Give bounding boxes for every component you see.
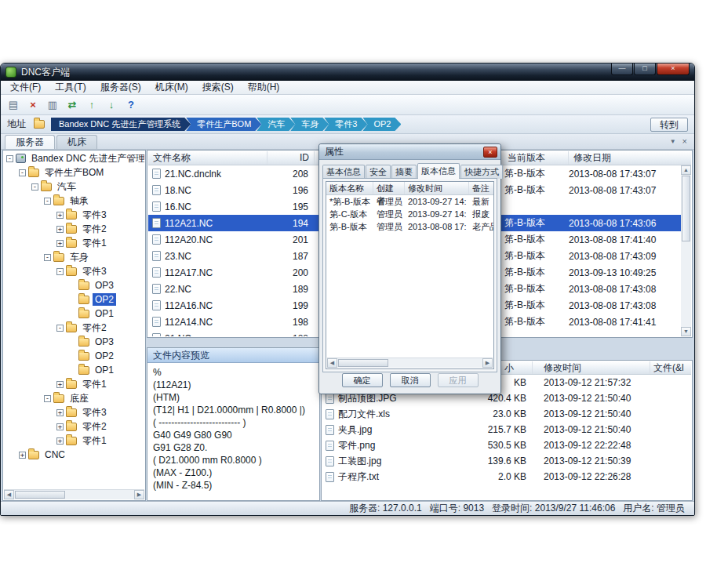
scrollbar-thumb[interactable]: [15, 491, 65, 499]
column-header-version[interactable]: 当前版本: [503, 151, 569, 165]
tree-item[interactable]: + 零件1: [4, 377, 144, 391]
dialog-tab[interactable]: 摘要: [391, 165, 417, 179]
column-header-id[interactable]: ID: [267, 151, 315, 165]
menu-item[interactable]: 文件(F): [3, 81, 48, 94]
tree-expander-icon[interactable]: -: [19, 169, 26, 176]
window-titlebar[interactable]: DNC客户端 — □ ×: [1, 64, 694, 81]
tree-item[interactable]: - 汽车: [4, 180, 144, 194]
tree-expander-icon[interactable]: +: [56, 381, 64, 388]
tree-expander-icon[interactable]: -: [56, 268, 64, 275]
breadcrumb-op2[interactable]: OP2: [362, 118, 401, 131]
scrollbar-track[interactable]: [389, 358, 482, 368]
attachment-row[interactable]: 工装图.jpg 139.6 KB 2013-09-12 21:50:39: [322, 453, 691, 469]
close-button[interactable]: ×: [657, 64, 690, 75]
tree-expander-icon[interactable]: -: [56, 325, 64, 332]
tree-horizontal-scrollbar[interactable]: ◀ ▶: [4, 489, 144, 499]
dialog-horizontal-scrollbar[interactable]: ◀ ▶: [327, 358, 493, 368]
breadcrumb-part3[interactable]: 零件3: [324, 118, 367, 131]
breadcrumb-root[interactable]: Bandex DNC 先进生产管理系统: [51, 118, 191, 131]
tree-item[interactable]: - 零件3: [4, 264, 144, 278]
scrollbar-thumb[interactable]: [682, 176, 690, 241]
view-tab[interactable]: 服务器: [5, 135, 55, 149]
view-tab[interactable]: 机床: [56, 135, 97, 149]
attachment-row[interactable]: 配刀文件.xls 23.0 KB 2013-09-12 21:50:40: [322, 406, 691, 422]
tree-item[interactable]: - 车身: [4, 250, 144, 264]
download-icon[interactable]: ↓: [103, 97, 120, 113]
tree-item[interactable]: + 零件1: [4, 434, 144, 448]
column-header-creator[interactable]: 创建者: [373, 182, 405, 194]
scroll-right-icon[interactable]: ▶: [482, 358, 493, 368]
menu-item[interactable]: 帮助(H): [241, 81, 287, 94]
menu-item[interactable]: 工具(T): [48, 81, 93, 94]
column-header-note[interactable]: 备注: [469, 182, 494, 194]
version-row[interactable]: 第-C-版本 管理员 2013-09-27 14: 报废: [326, 208, 493, 220]
transfer-icon[interactable]: ⇄: [64, 97, 81, 113]
column-header-version-name[interactable]: 版本名称: [326, 182, 373, 194]
menu-item[interactable]: 服务器(S): [93, 81, 148, 94]
dialog-tab[interactable]: 基本信息: [322, 165, 365, 179]
help-icon[interactable]: ?: [122, 97, 140, 113]
file-list-vertical-scrollbar[interactable]: ▲ ▼: [681, 165, 691, 336]
tree-item[interactable]: + 零件2: [4, 222, 144, 236]
tree-item[interactable]: OP1: [4, 363, 144, 377]
tree-expander-icon[interactable]: -: [44, 198, 51, 205]
version-row[interactable]: *第-B-版本 管理员 2013-09-27 14: 最新: [326, 195, 493, 208]
menu-item[interactable]: 机床(M): [148, 81, 195, 94]
breadcrumb-auto[interactable]: 汽车: [257, 118, 295, 131]
tree-expander-icon[interactable]: +: [56, 226, 64, 233]
breadcrumb-body[interactable]: 车身: [290, 118, 329, 131]
new-file-icon[interactable]: ▤: [5, 97, 22, 113]
attachment-row[interactable]: 夹具.jpg 215.7 KB 2013-09-12 21:50:40: [322, 422, 691, 437]
column-header-date[interactable]: 修改日期: [569, 151, 691, 165]
column-header-extra[interactable]: 文件(&l: [650, 361, 691, 374]
dialog-tab[interactable]: 安全: [366, 165, 391, 179]
tree-item[interactable]: + 零件2: [4, 419, 144, 434]
delete-icon[interactable]: ×: [24, 97, 42, 113]
tree-expander-icon[interactable]: -: [31, 183, 38, 191]
tree-expander-icon[interactable]: -: [6, 155, 13, 162]
version-row[interactable]: 第-B-版本 管理员 2013-08-08 17: 老产品程序: [326, 220, 493, 233]
tree-item[interactable]: OP1: [4, 307, 144, 321]
apply-button[interactable]: 应用: [438, 373, 479, 387]
cancel-button[interactable]: 取消: [390, 373, 431, 387]
tree-item[interactable]: - 轴承: [4, 194, 144, 208]
upload-icon[interactable]: ↑: [83, 97, 100, 113]
dialog-tab[interactable]: 版本信息: [417, 163, 460, 179]
scrollbar-thumb[interactable]: [338, 359, 388, 367]
tree-expander-icon[interactable]: +: [56, 240, 64, 247]
tree-item[interactable]: OP2: [4, 292, 144, 307]
menu-item[interactable]: 搜索(S): [195, 81, 241, 94]
dialog-titlebar[interactable]: 属性 ×: [319, 144, 500, 160]
scrollbar-track[interactable]: [66, 490, 134, 499]
go-button[interactable]: 转到: [650, 118, 688, 132]
attachment-row[interactable]: 子程序.txt 2.0 KB 2013-09-12 22:26:28: [322, 469, 691, 485]
column-header-modified[interactable]: 修改时间: [405, 182, 469, 194]
scroll-down-icon[interactable]: ▼: [681, 327, 691, 336]
save-icon[interactable]: ▥: [44, 97, 61, 113]
scrollbar-track[interactable]: [681, 242, 691, 327]
tree-expander-icon[interactable]: -: [44, 254, 51, 261]
tree-expander-icon[interactable]: +: [56, 212, 64, 219]
tree-expander-icon[interactable]: +: [56, 423, 64, 430]
column-header-name[interactable]: 文件名称: [148, 151, 267, 165]
tree-item[interactable]: OP2: [4, 349, 144, 363]
scroll-right-icon[interactable]: ▶: [134, 490, 144, 499]
tree-item[interactable]: - 零件2: [4, 321, 144, 335]
scroll-up-icon[interactable]: ▲: [681, 165, 691, 175]
tree-expander-icon[interactable]: +: [19, 452, 26, 459]
tree-item[interactable]: - 底座: [4, 391, 144, 405]
tree-expander-icon[interactable]: +: [56, 437, 64, 445]
tree-item[interactable]: - 零件生产BOM: [4, 165, 144, 180]
ok-button[interactable]: 确定: [342, 373, 383, 387]
dialog-close-icon[interactable]: ×: [483, 147, 497, 158]
tree-item[interactable]: OP3: [4, 335, 144, 349]
minimize-button[interactable]: —: [611, 64, 633, 75]
maximize-button[interactable]: □: [634, 64, 656, 75]
attachment-row[interactable]: 零件.png 530.5 KB 2013-09-12 22:22:48: [322, 437, 691, 453]
tree-item-root[interactable]: - Bandex DNC 先进生产管理系统: [4, 151, 144, 165]
dialog-tab[interactable]: 快捷方式: [460, 165, 503, 179]
column-header-time[interactable]: 修改时间: [533, 361, 650, 374]
tree-item[interactable]: + 零件3: [4, 405, 144, 419]
tree-item[interactable]: OP3: [4, 278, 144, 292]
breadcrumb-bom[interactable]: 零件生产BOM: [186, 118, 261, 131]
